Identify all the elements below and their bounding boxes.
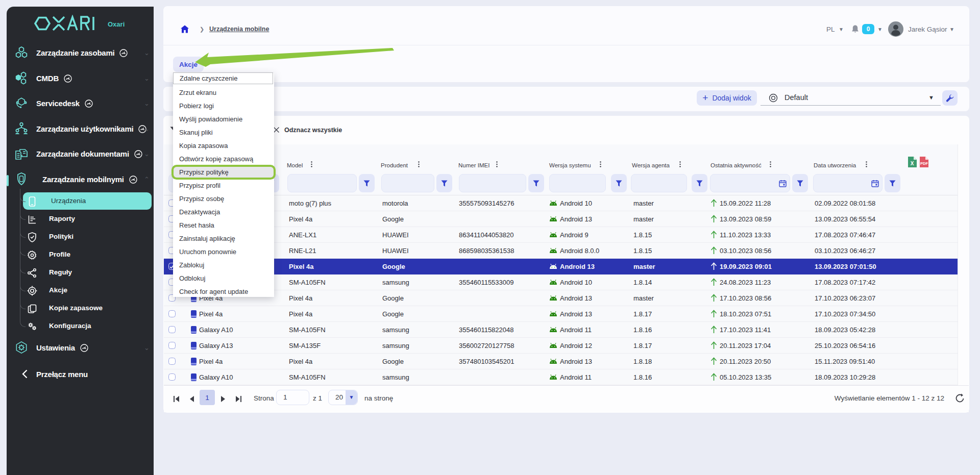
svg-text:X: X (911, 161, 914, 166)
svg-text:PDF: PDF (920, 161, 928, 166)
